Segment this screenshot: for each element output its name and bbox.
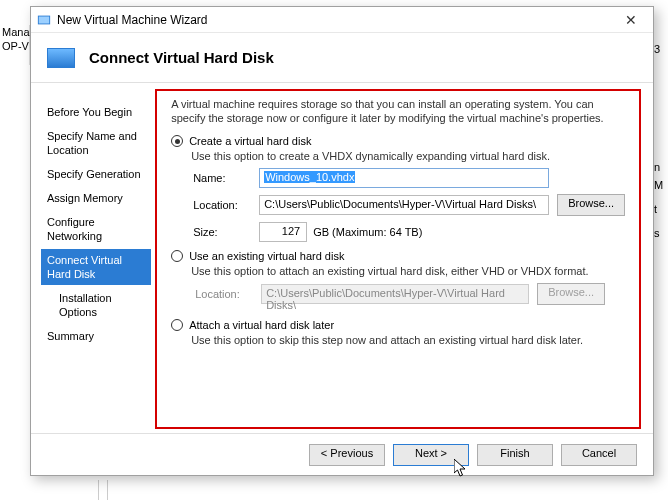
background-window-right: 3 n M t s [653,40,668,242]
radio-attach-later[interactable] [171,319,183,331]
page-description: A virtual machine requires storage so th… [171,97,625,125]
size-label: Size: [193,226,251,238]
bg-text: OP-V [0,39,29,53]
option-hint: Use this option to skip this step now an… [191,334,625,346]
browse-button[interactable]: Browse... [557,194,625,216]
bg-text: 3 [654,40,668,58]
name-field[interactable]: Windows_10.vhdx [259,168,549,188]
bg-text: s [654,224,668,242]
window-title: New Virtual Machine Wizard [57,13,615,27]
option-label: Use an existing virtual hard disk [189,250,344,262]
cancel-button[interactable]: Cancel [561,444,637,466]
bg-text: t [654,200,668,218]
bg-text: n M [654,158,668,194]
titlebar[interactable]: New Virtual Machine Wizard ✕ [31,7,653,33]
step-before-you-begin[interactable]: Before You Begin [41,101,151,123]
step-assign-memory[interactable]: Assign Memory [41,187,151,209]
finish-button[interactable]: Finish [477,444,553,466]
svg-rect-1 [39,16,50,23]
next-button[interactable]: Next > [393,444,469,466]
wizard-body: Before You Begin Specify Name and Locati… [31,83,653,433]
size-field[interactable]: 127 [259,222,307,242]
step-summary[interactable]: Summary [41,325,151,347]
option-label: Attach a virtual hard disk later [189,319,334,331]
location-field[interactable]: C:\Users\Public\Documents\Hyper-V\Virtua… [259,195,549,215]
wizard-window: New Virtual Machine Wizard ✕ Connect Vir… [30,6,654,476]
header-icon [47,48,75,68]
browse-button-disabled: Browse... [537,283,605,305]
step-connect-virtual-hard-disk[interactable]: Connect Virtual Hard Disk [41,249,151,285]
step-specify-generation[interactable]: Specify Generation [41,163,151,185]
wizard-footer: < Previous Next > Finish Cancel [31,433,653,475]
option-create-disk: Create a virtual hard disk Use this opti… [171,135,625,242]
name-label: Name: [193,172,251,184]
size-unit: GB (Maximum: 64 TB) [313,226,422,238]
wizard-sidebar: Before You Begin Specify Name and Locati… [31,83,155,433]
bg-text: Manag [0,25,29,39]
wizard-content: A virtual machine requires storage so th… [155,83,653,433]
close-icon[interactable]: ✕ [615,12,647,28]
background-line [98,480,108,500]
option-hint: Use this option to create a VHDX dynamic… [191,150,625,162]
create-disk-form: Name: Windows_10.vhdx Location: C:\Users… [193,168,625,242]
step-configure-networking[interactable]: Configure Networking [41,211,151,247]
location-field-disabled: C:\Users\Public\Documents\Hyper-V\Virtua… [261,284,529,304]
option-existing-disk: Use an existing virtual hard disk Use th… [171,250,625,305]
option-hint: Use this option to attach an existing vi… [191,265,625,277]
option-label: Create a virtual hard disk [189,135,311,147]
background-window-left: Manag OP-V [0,25,30,65]
location-label-disabled: Location: [195,288,253,300]
name-value: Windows_10.vhdx [264,171,355,183]
step-installation-options[interactable]: Installation Options [41,287,151,323]
page-title: Connect Virtual Hard Disk [89,49,274,66]
location-label: Location: [193,199,251,211]
radio-existing-disk[interactable] [171,250,183,262]
radio-create-disk[interactable] [171,135,183,147]
step-specify-name-location[interactable]: Specify Name and Location [41,125,151,161]
previous-button[interactable]: < Previous [309,444,385,466]
wizard-header: Connect Virtual Hard Disk [31,33,653,83]
app-icon [37,13,51,27]
option-attach-later: Attach a virtual hard disk later Use thi… [171,319,625,346]
